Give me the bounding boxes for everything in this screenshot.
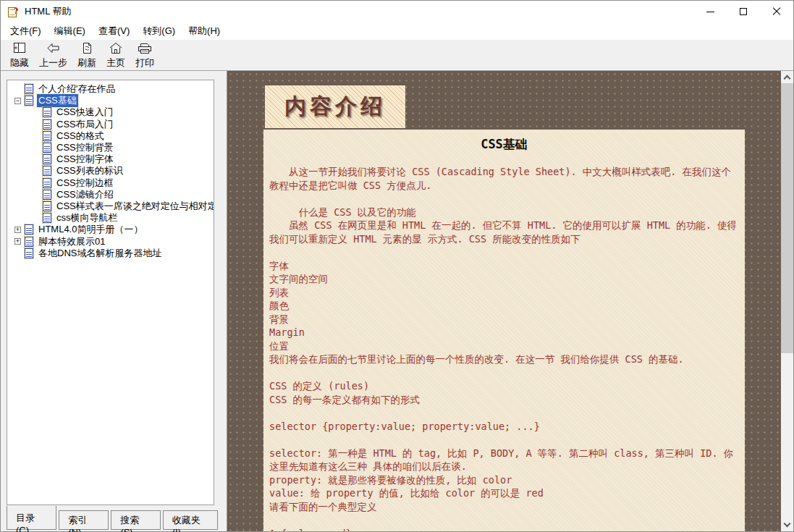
topic-page-icon — [25, 248, 33, 258]
topic-page-icon — [43, 143, 51, 153]
menu-view[interactable]: 查看(V) — [92, 22, 136, 40]
refresh-label: 刷新 — [77, 56, 96, 69]
tab-favorites[interactable]: 收藏夹(I) — [163, 510, 218, 530]
menu-edit[interactable]: 编辑(E) — [48, 22, 92, 40]
topic-page-icon — [43, 201, 51, 211]
article-line: selector: 第一种是 HTML 的 tag, 比如 P, BODY, A… — [269, 447, 739, 473]
article-line — [269, 433, 739, 447]
scroll-down-button[interactable] — [781, 519, 793, 531]
home-button[interactable]: 主页 — [101, 41, 130, 70]
tree-expander-icon[interactable] — [14, 227, 21, 233]
hide-button[interactable]: 隐藏 — [5, 41, 34, 70]
tab-index[interactable]: 索引(N) — [59, 510, 109, 530]
scroll-up-button[interactable] — [781, 71, 793, 83]
print-button[interactable]: 打印 — [130, 41, 159, 70]
article-line: 我们将会在后面的七节里讨论上面的每一个性质的改变. 在这一节 我们给你提供 CS… — [269, 352, 739, 366]
topic-page-icon — [25, 96, 33, 106]
topic-body: 从这一节开始我们将要讨论 CSS (Cascading Style Sheet)… — [269, 165, 739, 531]
tree-item[interactable]: HTML4.0简明手册（一） — [9, 224, 212, 235]
tree-item[interactable]: CSS布局入门 — [9, 119, 212, 130]
window-title: HTML 帮助 — [25, 5, 72, 18]
navigation-tabs: 目录(C) 索引(N) 搜索(S) 收藏夹(I) — [7, 505, 220, 530]
article-line: value: 给 property 的值, 比如给 color 的可以是 red — [269, 486, 739, 500]
article-line: 虽然 CSS 在网页里是和 HTML 在一起的. 但它不算 HTML. 它的使用… — [269, 219, 739, 245]
tree-item[interactable]: CSS的格式 — [9, 130, 212, 142]
close-icon — [772, 7, 781, 16]
navigation-panel: 个人介绍'存在作品 CSS基础 CSS快速入门 — [1, 71, 220, 531]
title-bar: ? HTML 帮助 — [1, 1, 793, 22]
menu-help[interactable]: 帮助(H) — [182, 22, 227, 40]
topic-title: CSS基础 — [269, 136, 739, 153]
help-viewer-window: ? HTML 帮助 文件(F) 编辑(E) 查看(V) 转到(G) 帮助(H) … — [0, 0, 794, 532]
article-line — [269, 245, 739, 259]
menu-bar: 文件(F) 编辑(E) 查看(V) 转到(G) 帮助(H) — [1, 22, 793, 40]
chevron-up-icon — [784, 75, 791, 83]
tree-expander-icon[interactable] — [14, 238, 21, 245]
tree-item[interactable]: CSS控制字体 — [9, 153, 212, 165]
tree-item[interactable]: CSS快速入门 — [9, 106, 212, 118]
topic-page-icon — [43, 107, 51, 117]
topic-page-icon — [43, 154, 51, 164]
tree-item[interactable]: 脚本特效展示01 — [9, 235, 212, 247]
tab-contents[interactable]: 目录(C) — [7, 506, 56, 530]
topic-page-icon — [25, 237, 33, 247]
tree-item[interactable]: css横向导航栏 — [9, 212, 212, 224]
tree-item[interactable]: CSS列表的标识 — [9, 165, 212, 177]
topic-page-icon — [43, 190, 51, 200]
article-line: 请看下面的一个典型定义 — [269, 500, 739, 514]
banner-title: 内容介绍 — [284, 92, 386, 122]
tree-item[interactable]: CSS样式表一席谈之绝对定位与相对定位 — [9, 200, 212, 212]
topic-page-icon — [43, 213, 51, 223]
topic-page-icon — [25, 84, 33, 94]
topic-page-icon — [43, 178, 51, 188]
minimize-icon — [706, 12, 714, 12]
back-label: 上一步 — [39, 56, 67, 69]
tree-item[interactable]: 各地DNS域名解析服务器地址 — [9, 248, 212, 259]
article-line: 文字间的空间 — [269, 272, 739, 286]
tree-item[interactable]: CSS基础 — [9, 95, 212, 106]
tab-search[interactable]: 搜索(S) — [111, 510, 160, 530]
refresh-icon — [80, 41, 94, 56]
hide-pane-icon — [12, 41, 28, 56]
article-line: CSS 的每一条定义都有如下的形式 — [269, 393, 739, 407]
back-button[interactable]: 上一步 — [34, 41, 72, 70]
tree-item-label[interactable]: 各地DNS域名解析服务器地址 — [37, 247, 163, 260]
article-line: A {color: red} — [269, 527, 739, 532]
article-line — [269, 406, 739, 420]
refresh-button[interactable]: 刷新 — [72, 41, 101, 70]
topic-page: CSS基础 从这一节开始我们将要讨论 CSS (Cascading Style … — [263, 130, 745, 531]
maximize-icon — [740, 8, 747, 15]
print-label: 打印 — [135, 56, 154, 69]
contents-tree: 个人介绍'存在作品 CSS基础 CSS快速入门 — [9, 83, 212, 259]
tree-item[interactable]: CSS控制边框 — [9, 177, 212, 189]
topic-page-icon — [43, 166, 51, 176]
article-line: 字体 — [269, 259, 739, 273]
printer-icon — [136, 41, 153, 56]
maximize-button[interactable] — [727, 1, 760, 22]
article-line: 什么是 CSS 以及它的功能 — [269, 206, 739, 219]
html-help-app-icon: ? — [7, 6, 20, 18]
topic-content-pane: 内容介绍 CSS基础 从这一节开始我们将要讨论 CSS (Cascading S… — [227, 71, 793, 531]
topic-page-icon — [43, 119, 51, 130]
article-line: selector {property:value; property:value… — [269, 420, 739, 434]
tree-item[interactable]: 个人介绍'存在作品 — [9, 83, 212, 95]
vertical-scrollbar[interactable] — [781, 71, 793, 531]
tree-item[interactable]: CSS控制背景 — [9, 142, 212, 153]
home-icon — [108, 41, 124, 56]
minimize-button[interactable] — [693, 1, 727, 22]
contents-tree-panel: 个人介绍'存在作品 CSS基础 CSS快速入门 — [7, 80, 214, 505]
main-area: 个人介绍'存在作品 CSS基础 CSS快速入门 — [1, 71, 793, 531]
menu-goto[interactable]: 转到(G) — [136, 22, 182, 40]
article-line — [269, 366, 739, 380]
home-label: 主页 — [106, 56, 125, 69]
article-line: 位置 — [269, 339, 739, 353]
menu-file[interactable]: 文件(F) — [4, 22, 48, 40]
content-intro-banner: 内容介绍 — [265, 85, 405, 128]
tree-item[interactable]: CSS滤镜介绍 — [9, 189, 212, 200]
article-line: property: 就是那些将要被修改的性质, 比如 color — [269, 473, 739, 487]
scrollbar-thumb[interactable] — [781, 83, 793, 353]
tree-expander-icon[interactable] — [14, 98, 21, 104]
close-button[interactable] — [760, 1, 793, 22]
topic-page-icon — [25, 224, 33, 235]
article-line: CSS 的定义 (rules) — [269, 379, 739, 393]
